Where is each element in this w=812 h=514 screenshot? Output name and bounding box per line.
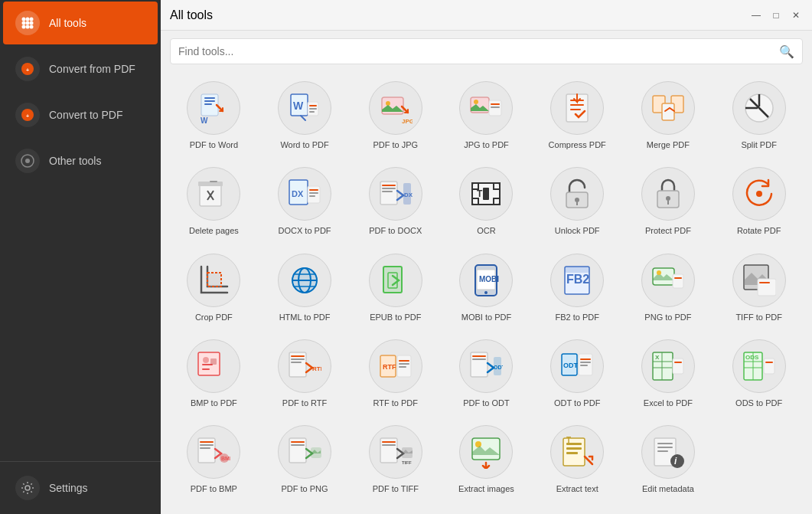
tool-item-pdf-to-jpg[interactable]: JPG PDF to JPG	[351, 74, 439, 156]
tool-item-compress-pdf[interactable]: Compress PDF	[533, 74, 621, 156]
tool-item-mobi-to-pdf[interactable]: MOBI MOBI to PDF	[442, 246, 530, 329]
settings-icon	[15, 476, 40, 500]
svg-rect-106	[399, 360, 409, 362]
svg-text:TIFF: TIFF	[402, 460, 412, 465]
tool-icon-pdf-to-word: W	[187, 81, 240, 135]
svg-rect-97	[210, 358, 217, 365]
svg-rect-126	[674, 362, 682, 363]
tool-item-pdf-to-docx[interactable]: DX PDF to DOCX	[351, 159, 439, 242]
svg-rect-34	[491, 106, 500, 108]
tool-label-pdf-to-rtf: PDF to RTF	[282, 398, 327, 408]
svg-point-63	[575, 198, 579, 202]
tool-item-tiff-to-pdf[interactable]: TIFF to PDF	[715, 246, 803, 329]
svg-rect-25	[309, 108, 317, 110]
svg-point-1	[26, 18, 30, 21]
sidebar-item-other-tools[interactable]: Other tools	[3, 139, 158, 182]
tool-item-rtf-to-pdf[interactable]: RTF RTF to PDF	[351, 332, 439, 414]
svg-rect-86	[565, 267, 589, 273]
search-icon: 🔍	[779, 44, 794, 59]
sidebar-item-convert-from-pdf[interactable]: + Convert from PDF	[3, 47, 158, 90]
tool-item-pdf-to-bmp[interactable]: BMP PDF to BMP	[170, 417, 258, 500]
tool-item-pdf-to-png[interactable]: PDF to PNG	[261, 417, 349, 500]
tool-item-delete-pages[interactable]: Delete pages	[170, 159, 258, 242]
svg-rect-133	[765, 362, 773, 363]
tool-label-extract-images: Extract images	[458, 483, 514, 494]
tool-icon-compress-pdf	[550, 81, 604, 135]
svg-rect-154	[566, 452, 578, 454]
tool-item-pdf-to-word[interactable]: W PDF to Word	[170, 74, 258, 156]
tool-item-pdf-to-rtf[interactable]: RTF PDF to RTF	[261, 332, 349, 414]
sidebar-item-convert-to-pdf[interactable]: + Convert to PDF	[3, 93, 158, 136]
tool-item-rotate-pdf[interactable]: Rotate PDF	[715, 159, 803, 242]
tool-item-extract-images[interactable]: Extract images	[442, 417, 530, 500]
svg-rect-136	[200, 444, 214, 446]
close-button[interactable]: ✕	[789, 8, 803, 22]
tool-item-odt-to-pdf[interactable]: ODT ODT to PDF	[533, 332, 621, 414]
svg-point-2	[30, 18, 34, 21]
tool-icon-excel-to-pdf: X	[641, 339, 695, 393]
tool-item-extract-text[interactable]: T Extract text	[533, 417, 621, 500]
tool-item-protect-pdf[interactable]: Protect PDF	[624, 159, 713, 242]
svg-text:X: X	[655, 354, 660, 361]
tool-item-docx-to-pdf[interactable]: DX DOCX to PDF	[261, 159, 349, 242]
svg-rect-159	[657, 450, 668, 452]
tool-icon-odt-to-pdf: ODT	[550, 339, 604, 393]
tool-label-pdf-to-tiff: PDF to TIFF	[373, 483, 419, 494]
sidebar-item-all-tools[interactable]: All tools	[3, 2, 158, 44]
tool-item-word-to-pdf[interactable]: W Word to PDF	[261, 74, 349, 156]
svg-point-68	[756, 191, 762, 197]
svg-point-14	[25, 159, 30, 163]
tool-item-ods-to-pdf[interactable]: ODS ODS to PDF	[715, 332, 803, 414]
tool-icon-pdf-to-png	[278, 425, 331, 479]
minimize-button[interactable]: —	[749, 8, 763, 22]
tool-label-extract-text: Extract text	[556, 483, 598, 494]
tool-item-excel-to-pdf[interactable]: X Excel to PDF	[624, 332, 713, 414]
other-tools-icon	[15, 149, 40, 173]
svg-rect-142	[291, 444, 305, 446]
tool-icon-protect-pdf	[641, 167, 695, 221]
tool-label-crop-pdf: Crop PDF	[195, 312, 233, 322]
svg-point-6	[22, 25, 26, 29]
svg-rect-146	[382, 444, 396, 446]
tool-item-edit-metadata[interactable]: i Edit metadata	[624, 417, 713, 500]
tool-label-docx-to-pdf: DOCX to PDF	[279, 225, 331, 236]
svg-rect-38	[662, 103, 674, 120]
tool-item-pdf-to-odt[interactable]: ODT PDF to ODT	[442, 332, 530, 414]
tool-label-rotate-pdf: Rotate PDF	[737, 225, 781, 236]
tool-label-edit-metadata: Edit metadata	[642, 483, 694, 494]
svg-text:MOBI: MOBI	[479, 275, 499, 283]
tool-label-pdf-to-word: PDF to Word	[190, 139, 238, 150]
tool-item-epub-to-pdf[interactable]: EPUB to PDF	[351, 246, 439, 329]
svg-text:DX: DX	[404, 192, 413, 198]
tool-item-html-to-pdf[interactable]: HTML to PDF	[261, 246, 349, 329]
tool-item-merge-pdf[interactable]: Merge PDF	[624, 74, 713, 156]
tool-label-pdf-to-bmp: PDF to BMP	[191, 483, 237, 494]
tool-item-ocr[interactable]: T OCR	[442, 159, 530, 242]
svg-rect-93	[758, 279, 776, 296]
sidebar: All tools + Convert from PDF + Convert t…	[0, 0, 161, 514]
main-area: All tools — □ ✕ 🔍 W PDF to Word W Word t…	[161, 0, 812, 514]
svg-text:ODT: ODT	[563, 362, 579, 369]
tool-item-jpg-to-pdf[interactable]: JPG to PDF	[442, 74, 530, 156]
svg-text:BMP: BMP	[221, 456, 230, 461]
tool-item-pdf-to-tiff[interactable]: TIFF PDF to TIFF	[351, 417, 439, 500]
tool-item-png-to-pdf[interactable]: PNG to PDF	[624, 246, 713, 329]
maximize-button[interactable]: □	[769, 8, 783, 22]
tool-icon-rotate-pdf	[732, 167, 786, 221]
svg-point-83	[484, 291, 488, 294]
tool-item-crop-pdf[interactable]: Crop PDF	[170, 246, 258, 329]
tool-item-fb2-to-pdf[interactable]: FB2 FB2 to PDF	[533, 246, 621, 329]
tool-item-split-pdf[interactable]: Split PDF	[715, 74, 803, 156]
svg-rect-111	[472, 358, 486, 360]
tool-label-pdf-to-odt: PDF to ODT	[463, 398, 510, 408]
svg-point-4	[26, 21, 30, 25]
tool-label-protect-pdf: Protect PDF	[645, 225, 691, 236]
tool-label-excel-to-pdf: Excel to PDF	[644, 398, 693, 408]
search-input[interactable]	[178, 39, 779, 64]
tool-item-unlock-pdf[interactable]: Unlock PDF	[533, 159, 621, 242]
titlebar-title: All tools	[170, 8, 213, 22]
tool-icon-html-to-pdf	[278, 254, 331, 307]
svg-text:DX: DX	[292, 189, 304, 198]
sidebar-item-settings[interactable]: Settings	[3, 467, 158, 509]
tool-item-bmp-to-pdf[interactable]: BMP to PDF	[170, 332, 258, 414]
